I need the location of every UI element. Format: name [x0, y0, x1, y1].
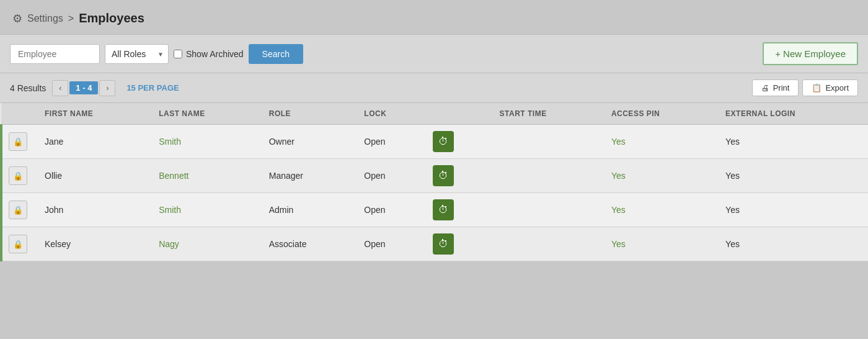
- show-archived-checkbox[interactable]: [174, 50, 182, 58]
- col-lock-header: [1, 103, 36, 125]
- results-count: 4 Results: [10, 83, 46, 93]
- last-name-cell[interactable]: Smith: [150, 193, 260, 227]
- table-row: 🔒 Jane Smith Owner Open ⏱ Yes Yes: [1, 125, 868, 159]
- employees-table-container: FIRST NAME LAST NAME ROLE LOCK START TIM…: [0, 103, 868, 261]
- clock-cell: ⏱: [424, 193, 490, 227]
- start-time-cell: [491, 125, 603, 159]
- lock-status-cell: Open: [355, 227, 424, 261]
- right-actions: 🖨 Print 📋 Export: [752, 79, 858, 96]
- clock-button[interactable]: ⏱: [433, 165, 454, 186]
- prev-page-button[interactable]: ‹: [52, 80, 68, 96]
- access-pin-cell: Yes: [603, 125, 717, 159]
- last-name-cell[interactable]: Bennett: [150, 159, 260, 193]
- employees-table: FIRST NAME LAST NAME ROLE LOCK START TIM…: [0, 103, 868, 261]
- show-archived-text: Show Archived: [186, 49, 244, 59]
- col-externallogin-header: EXTERNAL LOGIN: [717, 103, 868, 125]
- export-icon: 📋: [812, 83, 822, 93]
- role-cell: Manager: [260, 159, 356, 193]
- table-row: 🔒 John Smith Admin Open ⏱ Yes Yes: [1, 193, 868, 227]
- lock-icon-cell: 🔒: [1, 227, 36, 261]
- gear-icon: ⚙: [12, 12, 22, 25]
- external-login-cell: Yes: [717, 125, 868, 159]
- access-pin-cell: Yes: [603, 227, 717, 261]
- per-page-link[interactable]: 15 PER PAGE: [126, 83, 179, 93]
- access-pin-cell: Yes: [603, 159, 717, 193]
- col-role-header: ROLE: [260, 103, 356, 125]
- lock-button[interactable]: 🔒: [9, 235, 27, 253]
- print-button[interactable]: 🖨 Print: [752, 79, 799, 96]
- lock-button[interactable]: 🔒: [9, 166, 27, 185]
- breadcrumb-current-page: Employees: [79, 11, 144, 25]
- lock-button[interactable]: 🔒: [9, 132, 27, 151]
- lock-icon-cell: 🔒: [1, 159, 36, 193]
- start-time-cell: [491, 159, 603, 193]
- table-row: 🔒 Kelsey Nagy Associate Open ⏱ Yes Yes: [1, 227, 868, 261]
- col-accesspin-header: ACCESS PIN: [603, 103, 717, 125]
- start-time-cell: [491, 193, 603, 227]
- breadcrumb-bar: ⚙ Settings > Employees: [0, 0, 868, 34]
- first-name-cell: Ollie: [36, 159, 150, 193]
- external-login-cell: Yes: [717, 193, 868, 227]
- next-page-button[interactable]: ›: [99, 80, 115, 96]
- print-label: Print: [773, 83, 790, 93]
- results-bar: 4 Results ‹ 1 - 4 › 15 PER PAGE 🖨 Print …: [0, 73, 868, 103]
- lock-status-cell: Open: [355, 159, 424, 193]
- clock-button[interactable]: ⏱: [433, 131, 454, 152]
- last-name-cell[interactable]: Smith: [150, 125, 260, 159]
- external-login-cell: Yes: [717, 159, 868, 193]
- table-header-row: FIRST NAME LAST NAME ROLE LOCK START TIM…: [1, 103, 868, 125]
- lock-button[interactable]: 🔒: [9, 201, 27, 219]
- first-name-cell: Jane: [36, 125, 150, 159]
- external-login-cell: Yes: [717, 227, 868, 261]
- col-lastname-header: LAST NAME: [150, 103, 260, 125]
- col-starttime-header: START TIME: [491, 103, 603, 125]
- col-clock-header: [424, 103, 490, 125]
- pagination: ‹ 1 - 4 ›: [52, 80, 115, 96]
- filter-bar: All Roles Owner Manager Admin Associate …: [0, 34, 868, 73]
- start-time-cell: [491, 227, 603, 261]
- lock-icon-cell: 🔒: [1, 125, 36, 159]
- roles-dropdown-wrapper: All Roles Owner Manager Admin Associate …: [105, 44, 169, 64]
- clock-cell: ⏱: [424, 227, 490, 261]
- roles-dropdown[interactable]: All Roles Owner Manager Admin Associate: [105, 44, 169, 64]
- lock-status-cell: Open: [355, 193, 424, 227]
- clock-cell: ⏱: [424, 125, 490, 159]
- last-name-cell[interactable]: Nagy: [150, 227, 260, 261]
- clock-cell: ⏱: [424, 159, 490, 193]
- col-firstname-header: FIRST NAME: [36, 103, 150, 125]
- clock-button[interactable]: ⏱: [433, 233, 454, 255]
- role-cell: Owner: [260, 125, 356, 159]
- lock-icon-cell: 🔒: [1, 193, 36, 227]
- col-lock-status-header: LOCK: [355, 103, 424, 125]
- page-range: 1 - 4: [69, 81, 98, 94]
- role-cell: Associate: [260, 227, 356, 261]
- show-archived-label[interactable]: Show Archived: [174, 49, 244, 59]
- employee-search-input[interactable]: [10, 44, 100, 64]
- clock-button[interactable]: ⏱: [433, 199, 454, 220]
- export-label: Export: [825, 83, 849, 93]
- lock-status-cell: Open: [355, 125, 424, 159]
- breadcrumb-settings-link[interactable]: Settings: [27, 13, 63, 24]
- first-name-cell: John: [36, 193, 150, 227]
- table-row: 🔒 Ollie Bennett Manager Open ⏱ Yes Yes: [1, 159, 868, 193]
- search-button[interactable]: Search: [249, 44, 303, 64]
- role-cell: Admin: [260, 193, 356, 227]
- first-name-cell: Kelsey: [36, 227, 150, 261]
- printer-icon: 🖨: [761, 83, 769, 93]
- access-pin-cell: Yes: [603, 193, 717, 227]
- export-button[interactable]: 📋 Export: [802, 79, 858, 96]
- breadcrumb-separator: >: [68, 13, 74, 24]
- new-employee-button[interactable]: + New Employee: [763, 42, 858, 65]
